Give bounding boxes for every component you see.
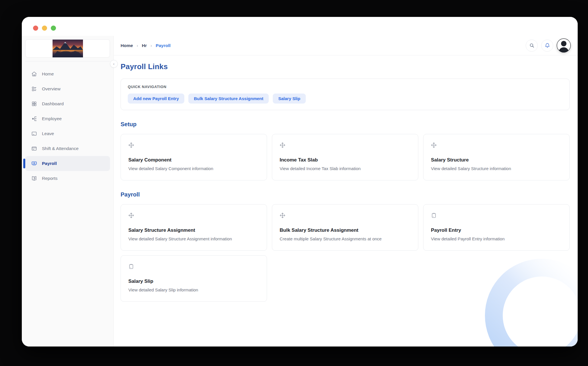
card-description: View detailed Salary Component informati… — [128, 166, 259, 171]
sidebar-item-label: Leave — [42, 131, 54, 136]
sidebar-item-label: Employee — [42, 116, 62, 121]
dashboard-icon — [31, 101, 37, 107]
main-header: Home › Hr › Payroll — [114, 36, 578, 55]
move-icon — [431, 142, 437, 148]
header-actions — [526, 38, 571, 52]
chevron-right-icon: › — [137, 43, 138, 48]
sidebar-item-dashboard[interactable]: Dashboard — [25, 96, 110, 111]
shift-attendance-icon — [31, 145, 37, 152]
sidebar-collapse-button[interactable]: ‹ — [110, 60, 118, 68]
card-description: View detailed Salary Slip information — [128, 287, 259, 292]
card-title: Salary Slip — [128, 279, 259, 284]
card-salary-structure-assignment[interactable]: Salary Structure Assignment View detaile… — [121, 204, 267, 251]
sidebar-item-overview[interactable]: Overview — [25, 81, 110, 96]
card-description: View detailed Salary Structure Assignmen… — [128, 236, 259, 241]
page-title: Payroll Links — [121, 62, 570, 71]
breadcrumb-home[interactable]: Home — [121, 43, 133, 48]
card-payroll-entry[interactable]: Payroll Entry View detailed Payroll Entr… — [423, 204, 570, 251]
add-new-payroll-entry-button[interactable]: Add new Payroll Entry — [128, 94, 184, 104]
user-avatar[interactable] — [557, 38, 571, 52]
card-description: View detailed Salary Structure informati… — [431, 166, 562, 171]
sidebar: Home Overview Dashboard — [22, 36, 114, 346]
traffic-lights — [33, 26, 56, 31]
card-title: Bulk Salary Structure Assignment — [280, 227, 411, 233]
sidebar-item-label: Overview — [42, 86, 61, 92]
overview-icon — [31, 86, 37, 92]
quick-navigation-label: QUICK NAVIGATION — [128, 85, 562, 89]
sidebar-nav: Home Overview Dashboard — [22, 64, 113, 188]
card-title: Salary Component — [128, 157, 259, 163]
app-logo[interactable] — [25, 39, 110, 58]
card-description: View detailed Income Tax Slab informatio… — [280, 166, 411, 171]
salary-slip-button[interactable]: Salary Slip — [273, 94, 306, 104]
setup-card-grid: Salary Component View detailed Salary Co… — [121, 134, 570, 180]
employee-icon — [31, 116, 37, 122]
sidebar-item-label: Reports — [42, 176, 57, 181]
breadcrumb-hr[interactable]: Hr — [142, 43, 147, 48]
reports-icon — [31, 175, 37, 182]
card-bulk-salary-structure-assignment[interactable]: Bulk Salary Structure Assignment Create … — [272, 204, 418, 251]
breadcrumb-payroll[interactable]: Payroll — [156, 43, 171, 48]
search-icon — [529, 43, 535, 48]
card-title: Payroll Entry — [431, 227, 562, 233]
move-icon — [280, 142, 285, 148]
window-titlebar — [22, 17, 578, 36]
bulk-salary-structure-assignment-button[interactable]: Bulk Salary Structure Assignment — [188, 94, 269, 104]
bell-icon — [545, 43, 550, 48]
card-description: Create multiple Salary Structure Assignm… — [280, 236, 411, 241]
app-window: Home Overview Dashboard — [22, 17, 578, 346]
sidebar-item-label: Payroll — [42, 161, 57, 166]
sidebar-item-home[interactable]: Home — [25, 67, 110, 81]
card-salary-slip[interactable]: Salary Slip View detailed Salary Slip in… — [121, 255, 267, 302]
move-icon — [128, 142, 134, 148]
sidebar-item-payroll[interactable]: Payroll — [25, 156, 110, 171]
card-title: Salary Structure Assignment — [128, 227, 259, 233]
breadcrumb: Home › Hr › Payroll — [121, 43, 171, 48]
card-description: View detailed Payroll Entry information — [431, 236, 562, 241]
leave-icon — [31, 131, 37, 137]
card-income-tax-slab[interactable]: Income Tax Slab View detailed Income Tax… — [272, 134, 418, 180]
quick-navigation-panel: QUICK NAVIGATION Add new Payroll Entry B… — [121, 79, 570, 110]
quick-navigation-buttons: Add new Payroll Entry Bulk Salary Struct… — [128, 94, 562, 104]
app-body: Home Overview Dashboard — [22, 36, 578, 346]
search-button[interactable] — [526, 40, 538, 52]
zoom-window-button[interactable] — [51, 26, 56, 31]
sidebar-item-employee[interactable]: Employee — [25, 111, 110, 126]
section-title-payroll: Payroll — [121, 191, 570, 198]
minimize-window-button[interactable] — [42, 26, 47, 31]
sidebar-item-shift-attendance[interactable]: Shift & Attendance — [25, 141, 110, 156]
move-icon — [280, 213, 285, 218]
chevron-left-icon: ‹ — [113, 62, 114, 66]
home-icon — [31, 71, 37, 77]
page-content: Payroll Links QUICK NAVIGATION Add new P… — [114, 55, 578, 346]
payroll-icon — [31, 160, 37, 167]
sidebar-item-reports[interactable]: Reports — [25, 171, 110, 186]
payroll-card-grid: Salary Structure Assignment View detaile… — [121, 204, 570, 302]
card-title: Salary Structure — [431, 157, 562, 163]
sidebar-item-label: Shift & Attendance — [42, 146, 79, 151]
clipboard-icon — [431, 213, 437, 218]
move-icon — [128, 213, 134, 218]
main-area: Home › Hr › Payroll — [114, 36, 578, 346]
chevron-right-icon: › — [150, 43, 152, 48]
clipboard-icon — [128, 264, 134, 269]
sidebar-item-leave[interactable]: Leave — [25, 126, 110, 141]
active-indicator — [23, 159, 25, 168]
logo-mountain-image — [53, 40, 83, 57]
card-salary-structure[interactable]: Salary Structure View detailed Salary St… — [423, 134, 570, 180]
close-window-button[interactable] — [33, 26, 38, 31]
sidebar-divider — [25, 61, 110, 61]
card-title: Income Tax Slab — [280, 157, 411, 163]
sidebar-item-label: Home — [42, 71, 54, 77]
card-salary-component[interactable]: Salary Component View detailed Salary Co… — [121, 134, 267, 180]
section-title-setup: Setup — [121, 121, 570, 128]
sidebar-item-label: Dashboard — [42, 101, 64, 106]
notifications-button[interactable] — [541, 40, 553, 52]
